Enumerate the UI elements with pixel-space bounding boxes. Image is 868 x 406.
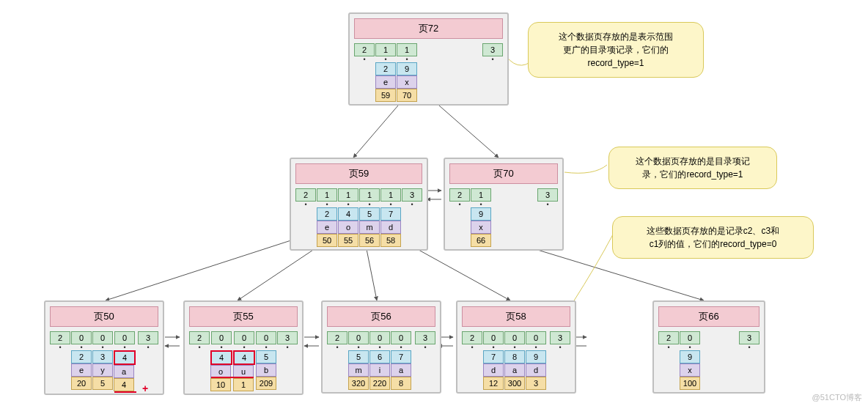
val: 2 bbox=[375, 62, 396, 75]
page-title: 页59 bbox=[295, 163, 422, 184]
highlighted-cell: 4 bbox=[114, 350, 136, 365]
highlighted-cell: 4 bbox=[210, 350, 232, 365]
svg-line-2 bbox=[106, 231, 320, 300]
val: e bbox=[375, 75, 396, 89]
val: 9 bbox=[397, 62, 417, 75]
page-72: 页72 2• 1• 2 e 59 1• 9 x 70 3• bbox=[348, 12, 509, 106]
page-70: 页70 2• 1• 9x66 3• bbox=[444, 158, 564, 251]
callout-3: 这些数据页存放的是记录c2、c3和 c1列的值，它们的record_type=0 bbox=[612, 216, 814, 259]
page-title: 页70 bbox=[449, 163, 558, 184]
hdr: 1 bbox=[397, 43, 417, 56]
hdr: 2 bbox=[354, 43, 375, 56]
val: 59 bbox=[375, 89, 396, 102]
page-title: 页72 bbox=[354, 18, 503, 39]
page-66: 页66 2• 0• 9x100 3• bbox=[652, 300, 765, 394]
page-50: 页50 2• 0• 2e20 0• 3y5 0• 4a4 3• + bbox=[44, 300, 164, 395]
highlighted-cell: 4 bbox=[233, 350, 255, 365]
page-55: 页55 2• 0• 4o10 0• 4u1 0• 5b209 3• bbox=[183, 300, 304, 395]
page-56: 页56 2• 0• 5m320 0• 6i220 0• 7a8 3• bbox=[321, 300, 441, 394]
plus-icon: + bbox=[142, 383, 148, 394]
page-58: 页58 2• 0• 7d12 0• 8a300 0• 9d3 3• bbox=[456, 300, 576, 394]
page-59: 页59 2• 1• 2e50 1• 4o55 1• 5m56 1• 7d58 3… bbox=[290, 158, 428, 251]
callout-1: 这个数据页存放的是表示范围 更广的目录项记录，它们的 record_type=1 bbox=[528, 22, 704, 78]
callout-2: 这个数据页存放的是目录项记 录，它们的record_type=1 bbox=[608, 147, 777, 189]
val: 70 bbox=[397, 89, 417, 102]
hdr: 1 bbox=[375, 43, 396, 56]
tail: 3 bbox=[482, 43, 503, 56]
val: x bbox=[397, 75, 417, 89]
watermark: @51CTO博客 bbox=[812, 392, 862, 403]
